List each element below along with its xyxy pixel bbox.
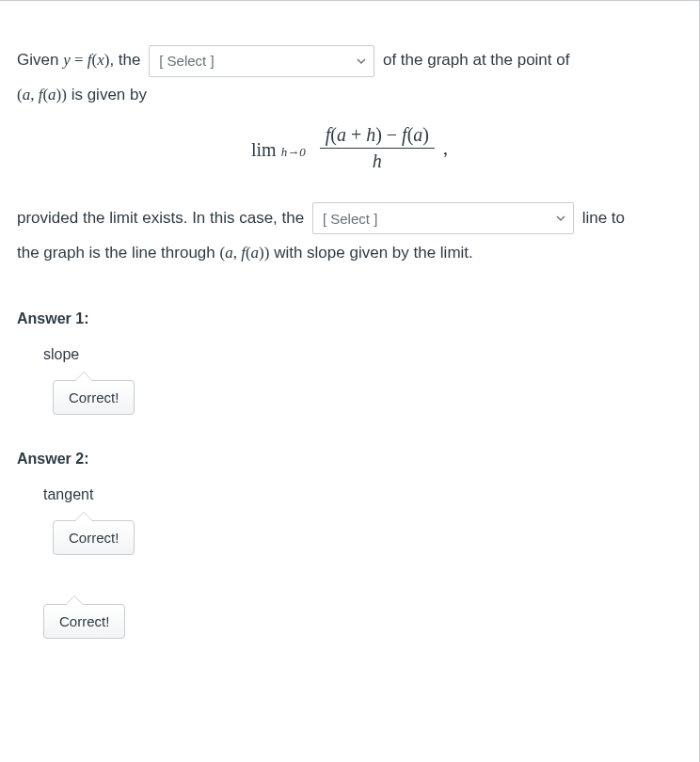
- chevron-down-icon: [556, 214, 565, 223]
- answer-1-value: slope: [43, 346, 682, 363]
- answer-1-heading: Answer 1:: [17, 310, 682, 327]
- text: is given by: [67, 86, 147, 103]
- text: with slope given by the limit.: [269, 244, 472, 262]
- math-a-fa-2: (a, f(a)): [219, 244, 269, 262]
- select-dropdown-2[interactable]: [ Select ]: [312, 202, 574, 234]
- answer-2-value: tangent: [43, 486, 682, 503]
- answer-2-heading: Answer 2:: [17, 451, 682, 468]
- text: , the: [109, 51, 140, 69]
- feedback-correct-2: Correct!: [53, 520, 135, 555]
- select-dropdown-1[interactable]: [ Select ]: [149, 45, 374, 77]
- math-y-equals-fx: y = f(x): [63, 51, 109, 69]
- lim-subscript: h→0: [281, 145, 306, 159]
- select-placeholder: [ Select ]: [159, 45, 214, 76]
- limit-formula: lim h→0 f(a + h) − f(a) h ,: [17, 126, 682, 174]
- question-text: Given y = f(x), the [ Select ] of the gr…: [17, 42, 682, 271]
- feedback-correct-1: Correct!: [53, 380, 135, 415]
- lim-text: lim: [251, 139, 277, 160]
- text: the graph is the line through: [17, 244, 219, 262]
- text: provided the limit exists. In this case,…: [17, 209, 304, 227]
- question-frame: Given y = f(x), the [ Select ] of the gr…: [0, 0, 700, 762]
- text: Given: [17, 51, 63, 69]
- select-placeholder: [ Select ]: [323, 203, 377, 234]
- feedback-correct-3: Correct!: [43, 604, 125, 639]
- text: line to: [582, 209, 625, 227]
- math-a-fa: (a, f(a)): [17, 86, 67, 103]
- text: of the graph at the point of: [383, 51, 569, 69]
- fraction: f(a + h) − f(a) h: [320, 124, 435, 172]
- comma: ,: [443, 137, 448, 158]
- chevron-down-icon: [357, 56, 366, 66]
